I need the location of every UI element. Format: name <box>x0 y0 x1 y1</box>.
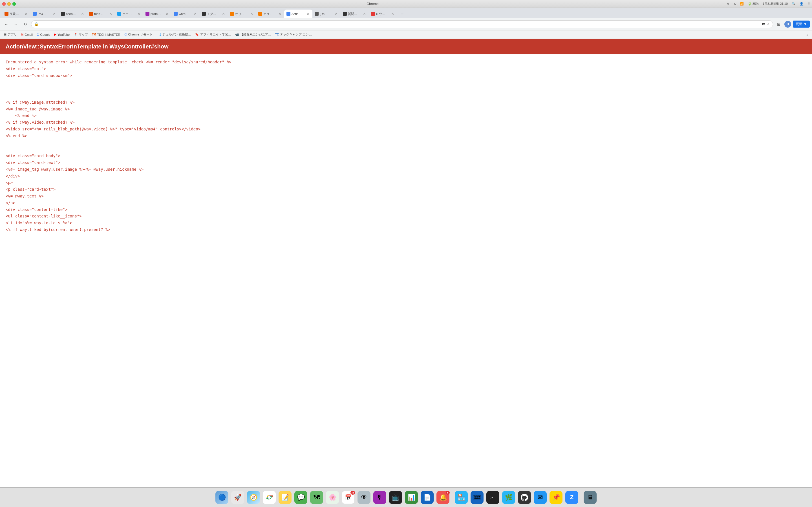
bookmark-star-icon[interactable]: ☆ <box>767 22 770 26</box>
tab-favicon-4 <box>89 12 93 16</box>
bookmark-google[interactable]: G Google <box>35 32 52 38</box>
tab-2[interactable]: PAY… ✕ <box>31 10 59 18</box>
back-button[interactable]: ← <box>2 20 10 28</box>
tab-close-3[interactable]: ✕ <box>80 11 85 16</box>
youtube-label: YouTube <box>57 33 70 36</box>
tab-favicon-2 <box>33 12 37 16</box>
titlebar-icons: 🎙 A 📶 🔋 85% 1月31日(日) 21:10 🔍 👤 ⠿ <box>726 2 810 6</box>
error-line-17: </p> <box>6 200 806 207</box>
traffic-lights[interactable] <box>2 2 16 6</box>
error-line-13: </div> <box>6 173 806 180</box>
tab-11-active[interactable]: Actio… ✕ <box>284 10 312 18</box>
bookmark-affiliate[interactable]: 🔖 アフィリエイト学習… <box>193 32 233 38</box>
search-icon[interactable]: 🔍 <box>792 2 796 6</box>
tab-3[interactable]: asea… ✕ <box>59 10 87 18</box>
tab-close-5[interactable]: ✕ <box>137 11 141 16</box>
tab-close-14[interactable]: ✕ <box>390 11 395 16</box>
tab-close-13[interactable]: ✕ <box>362 11 366 16</box>
tab-label-13: 質問… <box>348 12 361 16</box>
error-line-19: <ul class="content-like__icons"> <box>6 213 806 220</box>
error-line-blank-1 <box>6 79 806 86</box>
tab-5[interactable]: ホー… ✕ <box>115 10 143 18</box>
tab-close-7[interactable]: ✕ <box>193 11 197 16</box>
error-line-14: <p> <box>6 179 806 186</box>
tab-12[interactable]: [Ra… ✕ <box>312 10 341 18</box>
bookmark-techmaster[interactable]: TM TECH::MASTER <box>90 32 122 38</box>
tab-9[interactable]: オリ… ✕ <box>228 10 256 18</box>
extensions-icon[interactable]: ⊞ <box>775 20 783 28</box>
translate-icon[interactable]: ⇄ <box>762 22 765 26</box>
minimize-button[interactable] <box>7 2 11 6</box>
tab-1[interactable]: 実装… ✕ <box>2 10 31 18</box>
tab-close-9[interactable]: ✕ <box>249 11 254 16</box>
google-icon: G <box>37 33 39 36</box>
tab-14[interactable]: S ウ… ✕ <box>369 10 397 18</box>
error-line-blank-3 <box>6 93 806 99</box>
tab-close-8[interactable]: ✕ <box>221 11 225 16</box>
jordan-icon: J <box>160 33 161 36</box>
battery-icon: 🔋 85% <box>748 2 759 6</box>
bookmark-techcamp[interactable]: TC テックキャンプ エン… <box>273 32 313 38</box>
bookmark-gmail[interactable]: M Gmail <box>19 32 35 38</box>
system-icon-1: 🎙 <box>726 2 730 6</box>
url-input[interactable]: localhost:3000/ways/5 <box>40 22 760 26</box>
tab-label-9: オリ… <box>235 12 248 16</box>
user-icon[interactable]: 👤 <box>800 2 804 6</box>
bookmark-jordan[interactable]: J ジョルダン 乗換案… <box>158 32 193 38</box>
tab-7[interactable]: Chro… ✕ <box>171 10 200 18</box>
close-button[interactable] <box>2 2 6 6</box>
tab-6[interactable]: proto… ✕ <box>143 10 171 18</box>
control-center-icon[interactable]: ⠿ <box>808 2 810 6</box>
chrome-remote-icon: ⬡ <box>124 33 127 36</box>
tab-8[interactable]: モダ… ✕ <box>200 10 228 18</box>
address-bar[interactable]: 🔒 localhost:3000/ways/5 ⇄ ☆ <box>31 20 773 28</box>
tab-favicon-10 <box>258 12 262 16</box>
techcamp-label: テックキャンプ エン… <box>280 33 312 37</box>
bookmarks-bar: ⊞ アプリ M Gmail G Google ▶ YouTube 📍 マップ T… <box>0 31 812 39</box>
system-icon-2: A <box>733 2 735 6</box>
tab-favicon-1 <box>4 12 8 16</box>
reload-button[interactable]: ↻ <box>21 20 29 28</box>
update-chevron: ▼ <box>804 22 807 26</box>
profile-icon[interactable]: U <box>784 20 792 28</box>
clock: 1月31日(日) 21:10 <box>763 2 788 6</box>
tab-close-12[interactable]: ✕ <box>334 11 338 16</box>
affiliate-icon: 🔖 <box>195 33 199 36</box>
tab-close-2[interactable]: ✕ <box>52 11 56 16</box>
tab-close-4[interactable]: ✕ <box>108 11 113 16</box>
bookmarks-more[interactable]: » <box>805 33 810 37</box>
tab-13[interactable]: 質問… ✕ <box>341 10 369 18</box>
error-line-10: <div class="card-body"> <box>6 153 806 159</box>
error-line-18: <div class="content-like"> <box>6 207 806 213</box>
error-line-2: <div class="col"> <box>6 66 806 72</box>
forward-button[interactable]: → <box>12 20 20 28</box>
tab-label-12: [Ra… <box>320 12 333 15</box>
tab-10[interactable]: オリ… ✕ <box>256 10 284 18</box>
tab-4[interactable]: furin… ✕ <box>87 10 115 18</box>
jordan-label: ジョルダン 乗換案… <box>162 33 191 37</box>
user-avatar: U <box>784 21 791 27</box>
tab-label-4: furin… <box>94 12 107 15</box>
bookmark-maps[interactable]: 📍 マップ <box>72 32 90 38</box>
bookmark-youtube[interactable]: ▶ YouTube <box>52 32 71 38</box>
bookmark-zassoku[interactable]: 📹 【雑食系エンジニア… <box>234 32 273 38</box>
tab-close-11[interactable]: ✕ <box>306 11 310 16</box>
affiliate-label: アフィリエイト学習… <box>200 33 231 37</box>
apps-label: アプリ <box>8 33 17 37</box>
youtube-icon: ▶ <box>54 33 56 36</box>
techmaster-label: TECH::MASTER <box>97 33 120 36</box>
new-tab-button[interactable]: + <box>398 10 406 18</box>
tab-bar: 実装… ✕ PAY… ✕ asea… ✕ furin… ✕ ホー… ✕ prot… <box>0 8 812 18</box>
tab-favicon-13 <box>343 12 347 16</box>
error-line-12: <%#= image_tag @way.user.image %><%= @wa… <box>6 166 806 173</box>
tab-close-1[interactable]: ✕ <box>24 11 28 16</box>
tab-label-6: proto… <box>151 12 163 15</box>
tab-close-10[interactable]: ✕ <box>277 11 282 16</box>
chrome-remote-label: Chrome リモート… <box>128 33 156 37</box>
error-line-6: <% end %> <box>6 112 806 119</box>
bookmark-chrome-remote[interactable]: ⬡ Chrome リモート… <box>123 32 157 38</box>
tab-close-6[interactable]: ✕ <box>165 11 169 16</box>
bookmark-apps[interactable]: ⊞ アプリ <box>2 32 18 38</box>
maximize-button[interactable] <box>12 2 16 6</box>
update-button[interactable]: 更新 ▼ <box>793 20 810 27</box>
